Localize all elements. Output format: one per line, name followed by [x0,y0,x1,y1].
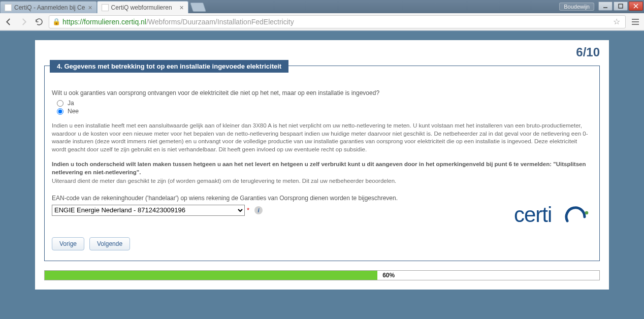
tab-strip: CertiQ - Aanmelden bij Ce × CertiQ webfo… [0,0,205,13]
close-icon[interactable]: × [179,4,183,12]
ean-select[interactable]: ENGIE Energie Nederland - 8712423009196 [52,205,245,216]
address-bar[interactable]: 🔒 https://formulieren.certiq.nl/Webforms… [49,15,626,28]
tab-title: CertiQ - Aanmelden bij Ce [14,4,85,11]
nav-buttons: Vorige Volgende [52,237,592,250]
menu-button[interactable] [630,16,641,27]
next-button[interactable]: Volgende [89,237,130,250]
url-scheme: https:// [62,18,84,26]
form-section: 4. Gegevens met betrekking tot op een in… [44,66,600,261]
tab-title: CertiQ webformulieren [111,4,177,11]
browser-chrome: CertiQ - Aanmelden bij Ce × CertiQ webfo… [0,0,644,31]
viewport: 6/10 4. Gegevens met betrekking tot op e… [0,31,644,319]
close-window-button[interactable] [629,2,643,11]
bookmark-icon[interactable]: ☆ [613,17,620,26]
forward-button[interactable] [18,16,29,27]
progress-bar: 60% [44,270,600,280]
favicon-icon [102,4,109,11]
required-mark: * [247,206,249,214]
ean-select-row: ENGIE Energie Nederland - 8712423009196 … [52,205,592,216]
explanation-paragraph: Indien u een installatie heeft met een a… [52,122,592,153]
previous-button[interactable]: Vorige [52,237,84,250]
back-button[interactable] [3,16,14,27]
url-host: formulieren.certiq.nl [84,18,146,26]
svg-rect-1 [619,4,623,8]
favicon-icon [5,4,12,11]
titlebar: CertiQ - Aanmelden bij Ce × CertiQ webfo… [0,0,644,13]
section-title: 4. Gegevens met betrekking tot op een in… [50,60,288,73]
lock-icon: 🔒 [52,18,60,25]
radio-label: Nee [68,108,79,115]
minimize-button[interactable] [598,2,613,11]
radio-ja-input[interactable] [57,100,63,107]
explanation-bold: Indien u toch onderscheid wilt laten mak… [52,161,592,176]
new-tab-button[interactable] [190,3,206,12]
window-controls [597,2,643,12]
radio-label: Ja [68,100,74,107]
user-badge[interactable]: Boudewijn [559,3,594,11]
svg-point-5 [585,211,589,214]
ean-field-label: EAN-code van de rekeninghouder ('handela… [52,195,592,202]
question-text: Wilt u ook garanties van oorsprong ontva… [52,89,592,97]
toolbar: 🔒 https://formulieren.certiq.nl/Webforms… [0,13,644,30]
radio-nee-input[interactable] [57,108,63,115]
form-page: 6/10 4. Gegevens met betrekking tot op e… [35,40,609,290]
tab-certiq-login[interactable]: CertiQ - Aanmelden bij Ce × [0,1,97,13]
radio-option-nee[interactable]: Nee [57,108,592,115]
certiq-logo: certi [514,202,590,233]
progress-fill [45,271,377,280]
close-icon[interactable]: × [88,4,92,12]
reload-button[interactable] [34,16,45,27]
svg-text:certi: certi [514,203,552,227]
url-path: /Webforms/Duurzaam/InstallationFedElectr… [146,18,294,26]
radio-option-ja[interactable]: Ja [57,100,592,107]
info-icon[interactable]: i [254,206,263,214]
maximize-button[interactable] [614,2,628,11]
step-indicator: 6/10 [576,45,600,59]
progress-label: 60% [380,271,397,280]
explanation-after: Uiteraard dient de meter dan geschikt te… [52,177,592,185]
logo-text: certi [514,208,590,233]
tab-certiq-webform[interactable]: CertiQ webformulieren × [97,1,188,13]
